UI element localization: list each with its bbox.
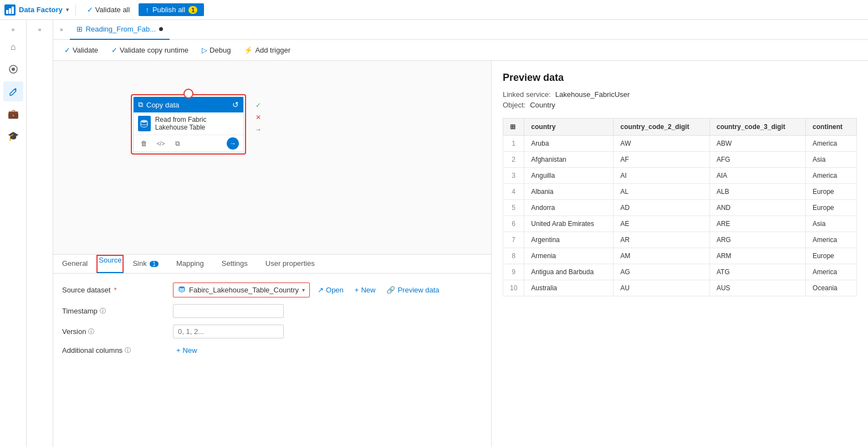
cell-country: United Arab Emirates [524, 216, 614, 232]
copy-node-body: Read from Fabric Lakehouse Table [134, 112, 243, 135]
main-layout: » ⌂ 💼 🎓 » » ⊞ Reading_From_Fab... [0, 20, 868, 447]
node-side-icons: ✓ ✕ → [253, 100, 264, 135]
copy-node-outer[interactable]: ⧉ Copy data ↺ [131, 94, 246, 155]
tab-source[interactable]: Source [96, 255, 124, 273]
trigger-icon: ⚡ [244, 46, 253, 54]
secondary-expand[interactable]: » [36, 24, 44, 35]
version-info-icon[interactable]: ⓘ [88, 327, 94, 336]
version-control [173, 325, 284, 338]
cell-code3: ARM [709, 248, 805, 264]
node-copy-icon[interactable]: ⧉ [171, 137, 183, 150]
additional-info-icon[interactable]: ⓘ [125, 346, 131, 354]
app-chevron[interactable]: ▾ [66, 7, 69, 13]
cell-country: Andorra [524, 200, 614, 216]
svg-rect-2 [12, 7, 14, 14]
sidebar-item-learn[interactable]: 🎓 [3, 126, 23, 146]
sidebar-item-home[interactable]: ⌂ [3, 37, 23, 57]
row-num: 1 [503, 136, 524, 152]
tab-mapping[interactable]: Mapping [167, 255, 213, 273]
debug-button[interactable]: ▷ Debug [200, 45, 233, 55]
publish-all-button[interactable]: ↑ Publish all 1 [139, 3, 204, 16]
preview-panel: Preview data Linked service: Lakehouse_F… [491, 61, 868, 447]
timestamp-info-icon[interactable]: ⓘ [100, 307, 106, 315]
node-db-icon [138, 116, 151, 131]
cell-code3: AFG [709, 152, 805, 168]
validate-copy-icon: ✓ [111, 46, 118, 54]
cell-country: Armenia [524, 248, 614, 264]
bottom-panel: General Source Sink 1 Mapping Settings U… [53, 254, 491, 448]
linked-service-value: Lakehouse_FabricUser [555, 90, 630, 99]
node-delete-icon[interactable]: 🗑 [138, 137, 150, 150]
version-input[interactable] [173, 325, 284, 338]
tab-settings[interactable]: Settings [213, 255, 257, 273]
timestamp-label: Timestamp ⓘ [62, 307, 173, 315]
new-dataset-button[interactable]: + New [351, 285, 379, 295]
cell-code2: AU [614, 280, 709, 296]
validate-copy-button[interactable]: ✓ Validate copy runtime [109, 45, 191, 55]
cell-code2: AD [614, 200, 709, 216]
node-refresh-icon[interactable]: ↺ [232, 100, 239, 109]
node-side-arrow-icon[interactable]: → [253, 124, 264, 135]
copy-node-header: ⧉ Copy data ↺ [134, 97, 243, 112]
additional-columns-control: + New [173, 345, 201, 356]
table-row: 9 Antigua and Barbuda AG ATG America [503, 264, 857, 280]
validate-button[interactable]: ✓ Validate [62, 45, 100, 55]
add-trigger-button[interactable]: ⚡ Add trigger [242, 45, 293, 55]
table-row: 1 Aruba AW ABW America [503, 136, 857, 152]
cell-code2: AF [614, 152, 709, 168]
row-num: 7 [503, 232, 524, 248]
publish-badge: 1 [188, 6, 197, 14]
node-code-icon[interactable]: </> [155, 137, 167, 150]
sidebar-item-monitor[interactable] [3, 59, 23, 79]
cell-country: Australia [524, 280, 614, 296]
cell-country: Antigua and Barbuda [524, 264, 614, 280]
cell-code3: ARE [709, 216, 805, 232]
sidebar-item-author[interactable] [3, 81, 23, 101]
row-num: 4 [503, 184, 524, 200]
node-x-icon[interactable]: ✕ [253, 112, 264, 123]
svg-point-4 [12, 68, 15, 71]
validate-icon: ✓ [64, 46, 70, 54]
sidebar-expand[interactable]: » [9, 24, 17, 35]
cell-country: Aruba [524, 136, 614, 152]
tab-reading[interactable]: ⊞ Reading_From_Fab... [70, 20, 170, 40]
dataset-select[interactable]: Fabirc_Lakehouse_Table_Country ▾ [173, 282, 310, 297]
tab-general[interactable]: General [53, 255, 96, 273]
preview-data-button[interactable]: 🔗 Preview data [383, 285, 442, 295]
copy-node-footer: 🗑 </> ⧉ → [134, 135, 243, 152]
debug-icon: ▷ [202, 46, 207, 54]
table-row: 10 Australia AU AUS Oceania [503, 280, 857, 296]
copy-icon: ⧉ [138, 100, 143, 109]
source-dataset-control: Fabirc_Lakehouse_Table_Country ▾ ↗ Open … [173, 282, 443, 297]
sink-badge: 1 [150, 261, 159, 267]
pipeline-canvas: ⧉ Copy data ↺ [53, 61, 491, 254]
app-logo: Data Factory ▾ [4, 4, 69, 16]
open-button[interactable]: ↗ Open [314, 285, 347, 295]
table-row: 8 Armenia AM ARM Europe [503, 248, 857, 264]
cell-continent: America [806, 168, 857, 184]
cell-code2: AI [614, 168, 709, 184]
version-label: Version ⓘ [62, 327, 173, 336]
cell-continent: Europe [806, 200, 857, 216]
node-arrow-icon[interactable]: → [227, 137, 239, 150]
col-country: country [524, 119, 614, 136]
col-code3: country_code_3_digit [709, 119, 805, 136]
table-row: 2 Afghanistan AF AFG Asia [503, 152, 857, 168]
tab-expand[interactable]: » [58, 25, 65, 34]
tab-user-properties[interactable]: User properties [257, 255, 324, 273]
timestamp-input[interactable] [173, 304, 284, 318]
node-check-icon[interactable]: ✓ [253, 100, 264, 111]
cell-country: Albania [524, 184, 614, 200]
panel-content: Source dataset * [53, 274, 491, 371]
add-column-button[interactable]: + New [173, 345, 201, 356]
required-marker: * [114, 286, 116, 294]
tab-sink[interactable]: Sink 1 [124, 255, 167, 273]
cell-code3: ABW [709, 136, 805, 152]
sidebar-item-manage[interactable]: 💼 [3, 104, 23, 124]
row-num: 10 [503, 280, 524, 296]
cell-continent: America [806, 232, 857, 248]
new-icon: + [355, 286, 359, 294]
cell-code2: AL [614, 184, 709, 200]
validate-all-button[interactable]: ✓ Validate all [83, 3, 135, 16]
cell-continent: Europe [806, 184, 857, 200]
